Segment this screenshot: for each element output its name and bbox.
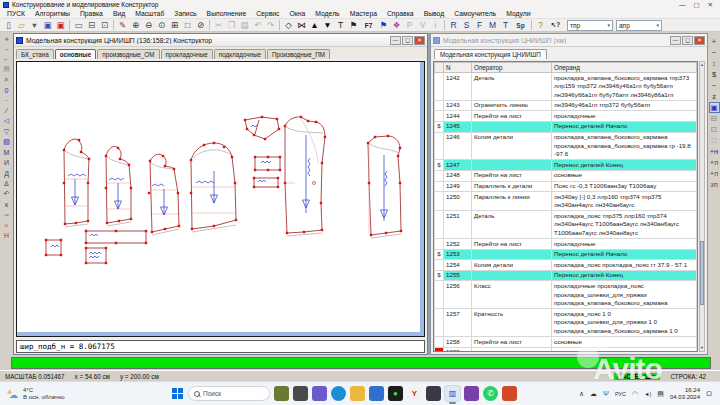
mic-icon[interactable]: Ψ [603,390,609,397]
volume-icon[interactable]: ◄) [644,391,651,397]
pin-blue-icon[interactable]: ⚑ [377,19,390,31]
whatsapp-icon[interactable]: ✆ [483,386,498,401]
menu-item[interactable]: Запись [170,10,200,17]
menu-item[interactable]: Самоучитель [450,10,500,17]
scrollbar-thumb[interactable] [700,241,704,305]
app-icon-2[interactable] [293,386,308,401]
point-tool[interactable]: · [1,95,13,105]
arrow-left-tool[interactable]: ← [1,54,13,64]
zoom-all-icon[interactable]: ⊙ [155,19,168,31]
wave-tool[interactable]: ∼ [1,210,13,220]
s-button[interactable]: S [460,19,473,31]
algorithm-tab[interactable]: Модельная конструкция ЦНИИШП [434,49,547,59]
pencil-icon[interactable]: ✎ [116,19,129,31]
row-operand[interactable]: прокладка_пояс тпр375 ллр160 тпр374 лн34… [552,211,697,239]
undo-tool[interactable]: ↶ [1,189,13,199]
row-operand[interactable]: прокладка_пояс прокладка_пояс гт 37.9 - … [552,260,697,271]
row-operator[interactable]: Деталь [472,73,552,101]
app-icon-dark-green[interactable]: ● [388,386,403,401]
sheet-tab[interactable]: Производные_ПМ [267,49,330,59]
row-move-icon[interactable]: ↕ [709,58,720,69]
delete-tool[interactable]: ✕ [1,75,13,85]
operator-row[interactable]: 1244 Перейти на лист прокладочные [435,111,697,122]
sheet-tab[interactable]: подкладочные [214,49,266,59]
help-icon[interactable]: ? [534,19,547,31]
arrow-right-tool[interactable]: → [1,43,13,53]
new-doc-icon[interactable]: ▯ [2,19,15,31]
chat-app-icon[interactable] [312,386,327,401]
row-operator[interactable]: Параллель к детали [472,181,552,192]
close-button[interactable]: ✕ [708,1,713,9]
menu-item[interactable]: Сервис [252,10,283,17]
cut-icon[interactable]: ✂ [212,19,225,31]
open-folder-icon[interactable]: ▱ [15,19,28,31]
plus-p1-icon[interactable]: +п [709,157,720,168]
row-operator[interactable] [472,160,552,171]
copy-icon[interactable]: ❐ [225,19,238,31]
triangle-down-icon[interactable]: ▼ [321,19,334,31]
operator-row[interactable]: $ 1255 Перенос деталей Конец [435,270,697,281]
operator-row[interactable]: $ 1247 Перенос деталей Конец [435,160,697,171]
file-explorer-icon[interactable] [350,386,365,401]
hatch-tool[interactable]: ▧ [1,137,13,147]
operator-row[interactable]: 1254 Копия детали прокладка_пояс проклад… [435,260,697,271]
i-button[interactable]: i [429,19,442,31]
canvas-hscrollbar[interactable] [17,332,424,336]
taskbar-clock[interactable]: 16:24 04.03.2024 [670,387,700,400]
child-maximize-button[interactable]: ▢ [402,36,413,45]
diamond-icon[interactable]: ◇ [282,19,295,31]
row-operator[interactable]: Перейти на лист [472,170,552,181]
row-insert-icon[interactable]: + [709,36,720,47]
m-tool[interactable]: М [1,147,13,157]
app-icon-swirl[interactable] [502,386,517,401]
zoom-dynamic-icon[interactable]: ⊘ [194,19,207,31]
app-icon-purple[interactable] [464,386,479,401]
triangle-up-icon[interactable]: ▲ [308,19,321,31]
scroll-up-icon[interactable]: ▲ [700,62,704,68]
operator-row[interactable]: 1256 Класс прокладочные прокладка_пояс п… [435,281,697,309]
table-scrollbar[interactable]: ▲ ▼ [699,61,705,352]
select-rect-icon[interactable]: □ [181,19,194,31]
child-minimize-button[interactable]: — [670,36,681,45]
row-operand[interactable]: Пояс гс -0,3 Т1006аан3ау Т1006аау [552,181,697,192]
measurement-field[interactable]: шир_подб_н = 8.067175 [16,340,425,353]
block-sel-icon[interactable]: ▣ [709,102,720,113]
start-button[interactable] [170,387,184,401]
menu-item[interactable]: Масштаб [131,10,168,17]
canvas-vscrollbar[interactable] [420,62,424,336]
sp-button[interactable]: Sp [512,19,529,31]
chevron-up-icon[interactable]: ∧ [579,390,584,398]
d-tool[interactable]: Д [1,168,13,178]
minimize-button[interactable]: — [679,1,686,9]
redo-icon[interactable]: ↷ [264,19,277,31]
zoom-out-icon[interactable]: ⊖ [142,19,155,31]
paste-icon[interactable]: ▤ [238,19,251,31]
weather-widget[interactable]: ☀☁ 4°C В осн. облачно [0,387,170,400]
row-operand[interactable]: прокладочные [552,239,697,250]
row-operator[interactable] [472,121,552,132]
edge-icon[interactable] [331,386,346,401]
save-red-icon[interactable]: ▣ [54,19,67,31]
row-operand[interactable]: прокладка_клапана_бокового_кармана тпр37… [552,73,697,101]
plus-n-icon[interactable]: +н [709,146,720,157]
row-operator[interactable]: Параллель к линии [472,192,552,211]
menu-item[interactable]: Вид [109,10,129,17]
menu-item[interactable]: Алгоритмы [31,10,74,17]
row-operator[interactable]: Перейти на лист [472,337,552,348]
v-button[interactable]: V [416,19,429,31]
child-maximize-button[interactable]: ▢ [682,36,693,45]
palette-icon[interactable]: ❖ [390,19,403,31]
notification-bell-icon[interactable]: Ω [706,389,716,398]
row-remove-icon[interactable]: − [709,47,720,58]
row-operator[interactable] [472,270,552,281]
zoom-in-icon[interactable]: ⊕ [129,19,142,31]
delta-tool[interactable]: ∆ [1,178,13,188]
menu-item[interactable]: Модель [311,10,343,17]
app-icon-dark[interactable] [426,386,441,401]
operator-row[interactable]: 1249 Параллель к детали Пояс гс -0,3 Т10… [435,181,697,192]
pattern-canvas[interactable] [16,61,425,337]
save-icon[interactable]: ▣ [41,19,54,31]
r-button[interactable]: R [447,19,460,31]
context-help-icon[interactable]: ↖? [547,19,564,31]
sheet-tab[interactable]: БК_стана [16,49,54,59]
